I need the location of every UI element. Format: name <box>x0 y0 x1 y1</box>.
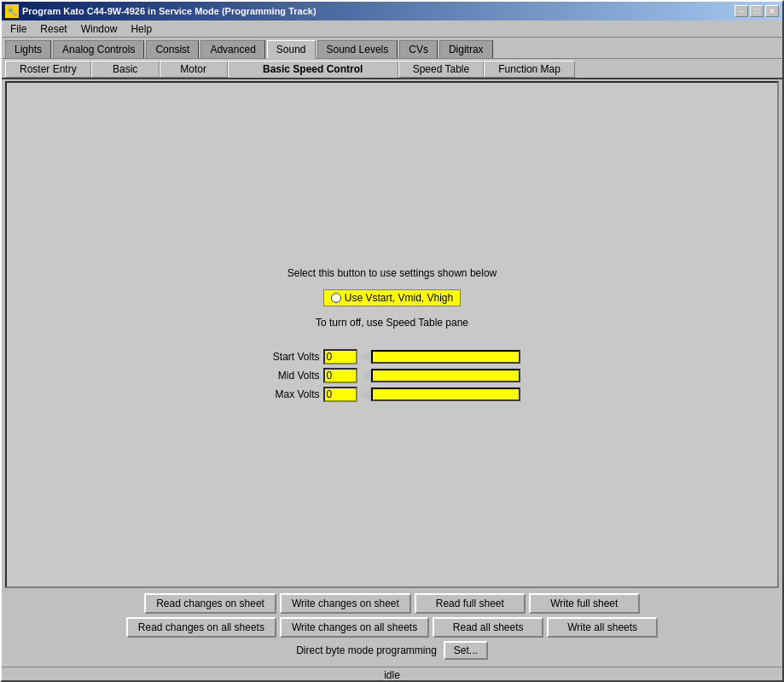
menu-bar: File Reset Window Help <box>2 20 782 38</box>
menu-window[interactable]: Window <box>76 22 123 36</box>
start-volts-slider[interactable] <box>361 350 520 364</box>
menu-reset[interactable]: Reset <box>35 22 72 36</box>
radio-vstart-container[interactable]: Use Vstart, Vmid, Vhigh <box>323 289 461 306</box>
subtab-motor[interactable]: Motor <box>160 61 228 78</box>
start-volts-input[interactable] <box>323 349 357 364</box>
mid-volts-track[interactable] <box>371 369 520 382</box>
direct-byte-label: Direct byte mode programming <box>296 644 437 656</box>
subtab-function-map[interactable]: Function Map <box>484 61 575 78</box>
maximize-button[interactable]: □ <box>750 5 764 17</box>
center-content: Select this button to use settings shown… <box>264 267 520 402</box>
button-row-2: Read changes on all sheets Write changes… <box>5 617 779 638</box>
off-instruction: To turn off, use Speed Table pane <box>316 317 468 329</box>
max-volts-slider[interactable] <box>361 388 520 401</box>
tab-lights[interactable]: Lights <box>5 40 51 58</box>
mid-volts-row: Mid Volts <box>264 368 520 383</box>
close-button[interactable]: ✕ <box>765 5 779 17</box>
tab-analog-controls[interactable]: Analog Controls <box>53 40 144 58</box>
window-content: Lights Analog Controls Consist Advanced … <box>2 38 782 682</box>
max-volts-row: Max Volts <box>264 387 520 402</box>
direct-byte-row: Direct byte mode programming Set... <box>5 641 779 660</box>
app-icon: 🔧 <box>5 4 19 18</box>
write-full-sheet-button[interactable]: Write full sheet <box>529 593 640 614</box>
mid-volts-label: Mid Volts <box>264 370 320 382</box>
start-volts-row: Start Volts <box>264 349 520 364</box>
tab-consist[interactable]: Consist <box>146 40 199 58</box>
mid-volts-slider[interactable] <box>361 369 520 382</box>
sub-tab-bar: Roster Entry Basic Motor Basic Speed Con… <box>2 58 782 79</box>
status-bar: idle <box>2 667 782 682</box>
menu-help[interactable]: Help <box>125 22 157 36</box>
subtab-speed-table[interactable]: Speed Table <box>398 61 485 78</box>
read-changes-all-sheets-button[interactable]: Read changes on all sheets <box>126 617 276 638</box>
subtab-basic[interactable]: Basic <box>91 61 160 78</box>
main-content-area: Select this button to use settings shown… <box>5 81 779 588</box>
volt-controls: Start Volts Mid Volts <box>264 349 520 402</box>
subtab-basic-speed-control[interactable]: Basic Speed Control <box>228 61 398 78</box>
status-text: idle <box>384 669 400 681</box>
window-controls: ─ □ ✕ <box>735 5 779 17</box>
tab-advanced[interactable]: Advanced <box>200 40 264 58</box>
title-bar: 🔧 Program Kato C44-9W-4926 in Service Mo… <box>2 2 782 20</box>
window-title: Program Kato C44-9W-4926 in Service Mode… <box>22 6 317 16</box>
title-bar-left: 🔧 Program Kato C44-9W-4926 in Service Mo… <box>5 4 317 18</box>
start-volts-track[interactable] <box>371 350 520 364</box>
mid-volts-input[interactable] <box>323 368 357 383</box>
max-volts-track[interactable] <box>371 388 520 401</box>
bottom-buttons-area: Read changes on sheet Write changes on s… <box>2 590 782 667</box>
read-all-sheets-button[interactable]: Read all sheets <box>433 617 543 638</box>
write-changes-on-sheet-button[interactable]: Write changes on sheet <box>280 593 411 614</box>
button-row-1: Read changes on sheet Write changes on s… <box>5 593 779 614</box>
main-tab-bar: Lights Analog Controls Consist Advanced … <box>2 38 782 58</box>
minimize-button[interactable]: ─ <box>735 5 748 17</box>
menu-file[interactable]: File <box>5 22 32 36</box>
write-changes-all-sheets-button[interactable]: Write changes on all sheets <box>280 617 429 638</box>
tab-digitrax[interactable]: Digitrax <box>439 40 493 58</box>
vstart-label: Use Vstart, Vmid, Vhigh <box>345 292 453 304</box>
main-window: 🔧 Program Kato C44-9W-4926 in Service Mo… <box>0 0 784 682</box>
write-all-sheets-button[interactable]: Write all sheets <box>547 617 658 638</box>
set-button[interactable]: Set... <box>444 641 488 660</box>
max-volts-label: Max Volts <box>264 388 320 400</box>
tab-sound[interactable]: Sound <box>267 40 316 59</box>
vstart-radio[interactable] <box>331 293 341 303</box>
subtab-roster-entry[interactable]: Roster Entry <box>5 61 91 78</box>
read-full-sheet-button[interactable]: Read full sheet <box>415 593 526 614</box>
tab-cvs[interactable]: CVs <box>399 40 438 58</box>
read-changes-on-sheet-button[interactable]: Read changes on sheet <box>144 593 276 614</box>
select-instruction: Select this button to use settings shown… <box>287 267 497 279</box>
max-volts-input[interactable] <box>323 387 357 402</box>
start-volts-label: Start Volts <box>264 351 320 363</box>
tab-sound-levels[interactable]: Sound Levels <box>317 40 398 58</box>
